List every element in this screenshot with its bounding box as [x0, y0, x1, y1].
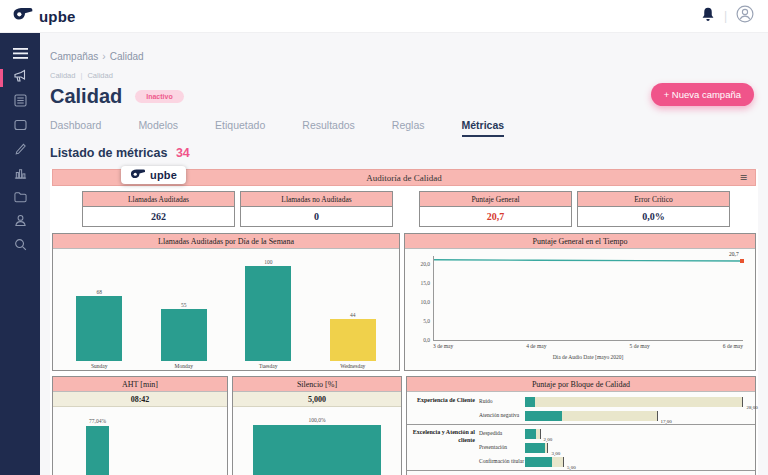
quality-block-panel: Puntaje por Bloque de Calidad Experienci… [406, 376, 756, 475]
mini-bar[interactable] [253, 425, 381, 475]
aht-title: AHT [min] [53, 377, 227, 392]
metric-bar-track: 5,00 [525, 457, 755, 467]
metric-score-bar[interactable] [525, 457, 552, 467]
y-tick-label: 10,0 [408, 299, 430, 305]
mini-bar[interactable] [86, 426, 109, 475]
sub-breadcrumb-separator: | [80, 71, 82, 80]
block-group-rows: Despedida2,00Presentación3,00Confirmació… [479, 427, 755, 469]
silence-title: Silencio [%] [233, 377, 401, 392]
sub-breadcrumb: Calidad|Calidad [50, 71, 758, 80]
dashboard-title: Auditoría de Calidad [366, 173, 441, 183]
sidebar-item-box[interactable] [0, 114, 40, 138]
y-tick-label: 5,0 [408, 318, 430, 324]
sidebar-item-search[interactable] [0, 234, 40, 258]
quality-block-title: Puntaje por Bloque de Calidad [407, 377, 755, 392]
bar[interactable] [330, 319, 376, 361]
tab-reglas[interactable]: Reglas [392, 119, 425, 137]
sidebar-item-files[interactable] [0, 186, 40, 210]
breadcrumb-separator: › [102, 51, 105, 62]
quality-audit-dashboard: upbe Auditoría de Calidad ≡ Llamadas Aud… [50, 169, 758, 475]
metric-row: Presentación3,00 [479, 441, 755, 455]
bar[interactable] [161, 309, 207, 361]
metric-bar-track: 3,00 [525, 443, 755, 453]
new-campaign-button[interactable]: + Nueva campaña [651, 83, 754, 106]
line-end-value: 20,7 [729, 251, 739, 257]
folder-icon [14, 189, 27, 207]
metric-row: Atención negativa17,00 [479, 409, 755, 423]
metrics-list-header: Listado de métricas 34 [50, 146, 758, 160]
sub-breadcrumb-right[interactable]: Calidad [87, 71, 112, 80]
sidebar-menu-toggle[interactable] [0, 42, 40, 66]
bar-category-label: Sunday [91, 363, 108, 370]
tab-modelos[interactable]: Modelos [138, 119, 178, 137]
sidebar-item-stats[interactable] [0, 162, 40, 186]
calls-by-day-chart: 68Sunday55Monday100Tuesday44Wednesday [53, 249, 399, 370]
kpi-value: 0,0% [578, 207, 729, 226]
silence-panel: Silencio [%] 5,000 100,0% [232, 376, 402, 475]
kpi-card: Llamadas Auditadas262 [82, 191, 235, 227]
bar-column: 44Wednesday [324, 312, 382, 370]
kpi-value: 262 [83, 207, 234, 226]
metric-max-bar[interactable] [525, 397, 743, 407]
sidebar-item-edit[interactable] [0, 138, 40, 162]
metric-bar-track: 17,00 [525, 411, 755, 421]
person-icon [14, 213, 27, 231]
metric-label: Ruido [479, 399, 525, 405]
line-end-marker[interactable] [740, 259, 744, 263]
notifications-bell-icon[interactable] [701, 7, 715, 26]
upbe-logo[interactable]: upbe [12, 6, 76, 26]
metric-max-value: 3,00 [551, 451, 560, 456]
block-group-rows: Ruido28,00Atención negativa17,00 [479, 395, 755, 423]
tab-etiquetado[interactable]: Etiquetado [215, 119, 265, 137]
metric-max-value: 2,00 [544, 437, 553, 442]
metric-score-bar[interactable] [525, 443, 545, 453]
sub-breadcrumb-left[interactable]: Calidad [50, 71, 75, 80]
quality-block-chart: Experiencia de ClienteRuido28,00Atención… [407, 392, 755, 475]
kpi-row: Llamadas Auditadas262Llamadas no Auditad… [82, 191, 730, 227]
breadcrumb-campaigns[interactable]: Campañas [50, 51, 98, 62]
line-plot-area[interactable]: 20,015,010,05,00,020,7 [433, 256, 743, 341]
breadcrumb: Campañas›Calidad [50, 51, 758, 62]
metric-bar-track: 28,00 [525, 397, 755, 407]
dashboard-menu-icon[interactable]: ≡ [740, 171, 747, 184]
bar-value-label: 68 [97, 289, 103, 295]
sidebar-item-users[interactable] [0, 210, 40, 234]
main-content: Campañas›Calidad Calidad|Calidad Calidad… [40, 33, 768, 475]
bar-column: 55Monday [155, 302, 213, 370]
topbar: upbe | [0, 0, 768, 33]
bar[interactable] [76, 296, 122, 361]
kpi-label: Error Crítico [578, 192, 729, 207]
bar[interactable] [245, 266, 291, 361]
metric-bar-track: 2,00 [525, 429, 755, 439]
block-group-name: Experiencia de Cliente [407, 395, 479, 423]
kpi-label: Puntaje General [420, 192, 571, 207]
metric-row: Despedida2,00 [479, 427, 755, 441]
megaphone-icon [13, 69, 27, 87]
status-badge: Inactivo [135, 90, 183, 103]
metric-score-bar[interactable] [525, 429, 536, 439]
y-tick-label: 20,0 [408, 261, 430, 267]
tab-métricas[interactable]: Métricas [462, 119, 505, 137]
user-avatar-icon[interactable] [736, 5, 754, 27]
metric-score-bar[interactable] [525, 411, 562, 421]
list-document-icon [14, 93, 27, 111]
box-icon [14, 117, 27, 135]
kpi-card: Error Crítico0,0% [577, 191, 730, 227]
tab-bar: DashboardModelosEtiquetadoResultadosRegl… [50, 119, 758, 137]
sidebar-item-reports[interactable] [0, 90, 40, 114]
upbe-whistle-icon [130, 168, 146, 182]
metric-label: Atención negativa [479, 413, 525, 419]
bar-value-label: 100 [264, 259, 272, 265]
sidebar-item-campaigns[interactable] [0, 66, 40, 90]
x-tick-label: 5 de may [630, 343, 650, 349]
metric-row: Confirmación titular5,00 [479, 455, 755, 469]
breadcrumb-current[interactable]: Calidad [110, 51, 144, 62]
tab-resultados[interactable]: Resultados [302, 119, 355, 137]
tab-dashboard[interactable]: Dashboard [50, 119, 101, 137]
metrics-count: 34 [176, 146, 190, 160]
y-tick-label: 0,0 [408, 337, 430, 343]
metric-score-bar[interactable] [525, 397, 535, 407]
hamburger-icon [13, 45, 28, 63]
dashboard-brand-name: upbe [150, 169, 177, 181]
quality-block-group: Excelencia y Atención al clienteDespedid… [407, 425, 755, 471]
